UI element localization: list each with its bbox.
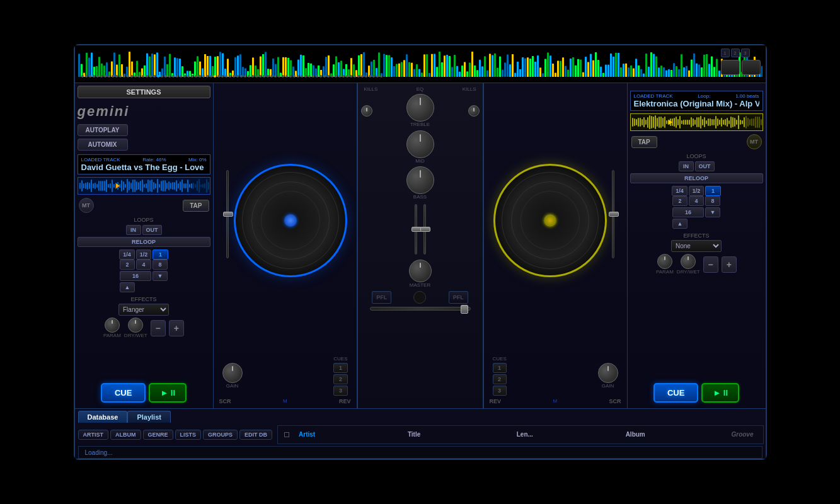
fader-left[interactable]	[415, 204, 417, 255]
num1-btn[interactable]: 1	[721, 49, 730, 57]
rev-btn-left[interactable]: REV	[339, 398, 351, 404]
col-title[interactable]: Title	[405, 430, 507, 439]
mt-btn-left[interactable]: MT	[79, 198, 94, 213]
loop-frac-1-4-right[interactable]: 1/4	[672, 186, 688, 196]
mid-knob[interactable]	[406, 130, 434, 158]
filter-groups[interactable]: GROUPS	[203, 430, 238, 440]
tap-button-left[interactable]: TAP	[183, 200, 209, 212]
treble-knob[interactable]	[406, 94, 434, 122]
loop-8-left[interactable]: 8	[152, 260, 168, 270]
scr-btn-left[interactable]: SCR	[219, 398, 231, 404]
autoplay-button[interactable]: AUTOPLAY	[78, 124, 128, 136]
rev-btn-right[interactable]: REV	[490, 398, 502, 404]
gain-knob-left[interactable]	[222, 363, 243, 383]
col-album[interactable]: Album	[623, 430, 725, 439]
reloop-right[interactable]: RELOOP	[630, 173, 763, 183]
loop-16-right[interactable]: 16	[672, 207, 704, 217]
col-artist[interactable]: Artist	[296, 430, 398, 439]
cue-1-right[interactable]: 1	[493, 363, 507, 373]
settings-button[interactable]: SETTINGS	[78, 86, 210, 98]
master-knob[interactable]	[409, 260, 432, 282]
cue-button-right[interactable]: CUE	[653, 383, 698, 403]
loop-16-left[interactable]: 16	[120, 271, 151, 281]
plus-btn-left[interactable]: +	[169, 320, 184, 336]
gain-label-left: GAIN	[226, 383, 239, 389]
turntable-right[interactable]	[493, 164, 607, 277]
loop-down-right[interactable]: ▼	[705, 207, 720, 217]
cue-button-left[interactable]: CUE	[101, 383, 146, 403]
loop-frac-1-2-right[interactable]: 1/2	[689, 186, 705, 196]
minus-btn-left[interactable]: −	[151, 320, 166, 336]
loop-4-left[interactable]: 4	[136, 260, 151, 270]
pfl-right-button[interactable]: PFL	[449, 291, 468, 304]
loop-frac-1-4-left[interactable]: 1/4	[119, 249, 135, 260]
loop-frac-1-left[interactable]: 1	[152, 249, 168, 260]
groove-logo: Groove	[731, 431, 753, 438]
tab-playlist[interactable]: Playlist	[127, 411, 171, 423]
waveform-strip-right[interactable]	[630, 113, 763, 131]
effects-select-right[interactable]: None Flanger Echo Reverb	[671, 240, 722, 252]
plus-btn-right[interactable]: +	[722, 256, 737, 273]
kill-treble-right[interactable]	[468, 105, 480, 117]
loop-2-right[interactable]: 2	[672, 196, 688, 206]
loop-2-left[interactable]: 2	[120, 260, 135, 270]
cue-2-right[interactable]: 2	[493, 374, 507, 384]
mt-btn-right[interactable]: MT	[747, 134, 762, 149]
library-row-1[interactable]: Loading...	[78, 446, 762, 459]
tr-btn-2[interactable]	[742, 60, 761, 75]
gain-knob-right[interactable]	[598, 363, 618, 383]
param-knob-left[interactable]	[105, 318, 120, 333]
waveform-strip-left[interactable]	[78, 177, 210, 195]
play-button-right[interactable]: ► II	[701, 383, 739, 403]
scr-btn-right[interactable]: SCR	[609, 398, 621, 404]
loop-in-left[interactable]: IN	[126, 225, 141, 235]
tap-button-right[interactable]: TAP	[631, 136, 657, 148]
pitch-slider-right[interactable]	[612, 170, 614, 271]
filter-genre[interactable]: GENRE	[143, 430, 173, 440]
turntable-left[interactable]	[234, 164, 347, 277]
loop-down-left[interactable]: ▼	[152, 271, 168, 281]
drywet-knob-left[interactable]	[128, 318, 143, 333]
reloop-left[interactable]: RELOOP	[78, 237, 210, 247]
kills-left-label: KILLS	[364, 86, 378, 92]
loop-4-right[interactable]: 4	[689, 196, 704, 206]
crossfader[interactable]	[370, 307, 471, 311]
loop-up-right[interactable]: ▲	[672, 219, 688, 229]
loop-frac-1-right[interactable]: 1	[705, 186, 721, 196]
drywet-knob-right[interactable]	[681, 254, 696, 269]
loop-out-left[interactable]: OUT	[142, 225, 162, 235]
minus-btn-right[interactable]: −	[703, 256, 718, 273]
tr-btn-1[interactable]	[721, 60, 740, 75]
cue-2-left[interactable]: 2	[333, 374, 347, 384]
col-length[interactable]: Len...	[514, 430, 616, 439]
play-button-left[interactable]: ► II	[149, 383, 187, 403]
mix-label-left: Mix: 0%	[188, 157, 206, 163]
num3-btn[interactable]: 3	[741, 49, 750, 57]
pfl-left-button[interactable]: PFL	[372, 291, 391, 304]
loop-up-left[interactable]: ▲	[120, 282, 135, 292]
library-section: Database Playlist ARTIST ALBUM GENRE LIS…	[75, 408, 766, 459]
loop-8-right[interactable]: 8	[705, 196, 720, 206]
loop-in-right[interactable]: IN	[679, 161, 694, 171]
pitch-slider-left[interactable]	[226, 170, 229, 271]
filter-artist[interactable]: ARTIST	[78, 430, 109, 440]
loop-frac-1-2-left[interactable]: 1/2	[136, 249, 152, 260]
filter-edit-db[interactable]: EDIT DB	[239, 430, 272, 440]
loaded-track-left: LOADED TRACK Rate: 46% Mix: 0% David Gue…	[78, 154, 210, 175]
cue-3-left[interactable]: 3	[333, 386, 347, 396]
tab-database[interactable]: Database	[78, 411, 128, 423]
filter-album[interactable]: ALBUM	[110, 430, 141, 440]
automix-button[interactable]: AUTOMIX	[78, 139, 128, 151]
num2-btn[interactable]: 2	[731, 49, 740, 57]
filter-lists[interactable]: LISTS	[175, 430, 202, 440]
cue-3-right[interactable]: 3	[493, 386, 507, 396]
loop-out-right[interactable]: OUT	[695, 161, 715, 171]
kill-treble-left[interactable]	[361, 105, 372, 117]
param-knob-right[interactable]	[657, 254, 672, 269]
cue-1-left[interactable]: 1	[333, 363, 347, 373]
cues-label-right: CUES	[493, 356, 507, 362]
fader-right[interactable]	[423, 204, 426, 255]
library-filters: ARTIST ALBUM GENRE LISTS GROUPS EDIT DB	[75, 428, 276, 442]
effects-select-left[interactable]: Flanger Echo Reverb None	[118, 304, 169, 316]
bass-knob[interactable]	[406, 166, 434, 194]
